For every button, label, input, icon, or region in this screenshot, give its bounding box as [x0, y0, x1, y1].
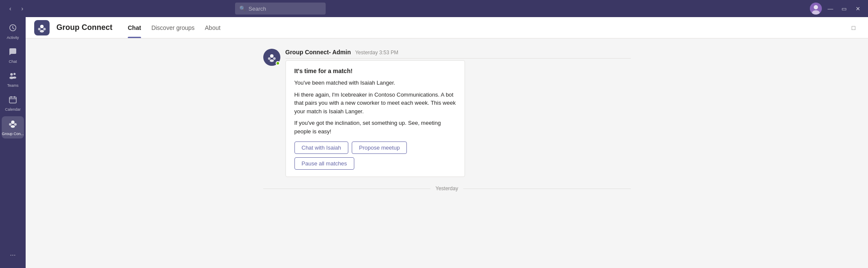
app-body: Activity Chat Teams [0, 17, 868, 268]
status-dot [276, 61, 280, 65]
activity-icon [9, 24, 17, 34]
bot-avatar [263, 49, 280, 66]
propose-meetup-button[interactable]: Propose meetup [352, 141, 407, 154]
message-container: Group Connect- Admin Yesterday 3:53 PM I… [255, 49, 639, 177]
restore-button[interactable]: ▭ [839, 3, 849, 14]
sidebar-activity-label: Activity [7, 35, 19, 40]
back-button[interactable]: ‹ [5, 3, 15, 14]
title-bar-left: ‹ › [5, 3, 27, 14]
content-area: Group Connect Chat Discover groups About… [26, 17, 868, 268]
title-bar-right: — ▭ ✕ [810, 3, 863, 15]
svg-point-13 [14, 123, 17, 126]
nav-controls: ‹ › [5, 3, 27, 14]
forward-button[interactable]: › [17, 3, 27, 14]
date-divider: Yesterday [255, 186, 639, 191]
svg-point-3 [10, 73, 13, 76]
message-title: It's time for a match! [294, 68, 456, 74]
svg-point-6 [13, 77, 16, 79]
svg-point-14 [11, 125, 15, 128]
sidebar-chat-label: Chat [9, 59, 17, 64]
svg-point-4 [14, 73, 16, 75]
teams-icon [9, 71, 17, 82]
svg-point-17 [43, 28, 46, 30]
sidebar-calendar-label: Calendar [5, 107, 21, 112]
groupcon-icon [8, 119, 18, 130]
chat-icon [9, 47, 17, 58]
svg-point-15 [40, 25, 44, 28]
tab-discover-groups[interactable]: Discover groups [146, 17, 200, 38]
search-input[interactable] [235, 3, 326, 15]
sidebar-item-groupcon[interactable]: Group Con... [2, 116, 24, 138]
more-label: ... [10, 250, 15, 257]
svg-point-20 [268, 57, 271, 60]
minimize-button[interactable]: — [825, 3, 836, 14]
svg-point-18 [40, 30, 44, 32]
sidebar-groupcon-label: Group Con... [2, 132, 24, 136]
svg-point-21 [273, 57, 276, 60]
message-header: Group Connect- Admin Yesterday 3:53 PM [285, 49, 631, 59]
sidebar-item-teams[interactable]: Teams [2, 68, 24, 91]
message-para3: If you've got the inclination, set somet… [294, 119, 456, 135]
svg-point-22 [270, 59, 274, 62]
tab-about[interactable]: About [200, 17, 226, 38]
pause-all-matches-button[interactable]: Pause all matches [294, 157, 354, 170]
divider-line-right [463, 188, 631, 189]
message-actions: Chat with Isaiah Propose meetup Pause al… [294, 141, 456, 170]
close-button[interactable]: ✕ [853, 3, 863, 14]
tab-chat[interactable]: Chat [123, 17, 146, 38]
message-timestamp: Yesterday 3:53 PM [355, 50, 398, 56]
divider-line-left [263, 188, 431, 189]
svg-point-19 [270, 54, 274, 58]
header-right: □ [847, 22, 859, 34]
calendar-icon [9, 95, 17, 106]
date-divider-label: Yesterday [435, 186, 458, 191]
message-body: Group Connect- Admin Yesterday 3:53 PM I… [285, 49, 631, 177]
app-logo [34, 20, 50, 35]
svg-point-16 [38, 28, 41, 30]
avatar[interactable] [810, 3, 822, 15]
sidebar-item-chat[interactable]: Chat [2, 44, 24, 67]
header-tabs: Chat Discover groups About [123, 17, 226, 38]
sidebar-item-activity[interactable]: Activity [2, 21, 24, 43]
sidebar-teams-label: Teams [7, 83, 19, 88]
sidebar-more-button[interactable]: ... [2, 242, 24, 265]
message-sender: Group Connect- Admin [285, 49, 351, 56]
svg-point-1 [814, 5, 818, 9]
sidebar-item-calendar[interactable]: Calendar [2, 92, 24, 115]
app-title: Group Connect [56, 23, 112, 32]
message-card: It's time for a match! You've been match… [285, 60, 465, 177]
expand-button[interactable]: □ [847, 22, 859, 34]
search-container: 🔍 [235, 3, 603, 15]
svg-rect-7 [9, 97, 16, 103]
svg-point-12 [9, 123, 12, 126]
message-para1: You've been matched with Isaiah Langer. [294, 79, 456, 87]
sidebar: Activity Chat Teams [0, 17, 26, 268]
chat-area: Group Connect- Admin Yesterday 3:53 PM I… [26, 38, 868, 268]
message-para2: Hi there again, I'm Icebreaker in Contos… [294, 91, 456, 116]
svg-point-11 [11, 121, 15, 124]
title-bar: ‹ › 🔍 — ▭ ✕ [0, 0, 868, 17]
app-header: Group Connect Chat Discover groups About… [26, 17, 868, 38]
chat-with-isaiah-button[interactable]: Chat with Isaiah [294, 141, 349, 154]
